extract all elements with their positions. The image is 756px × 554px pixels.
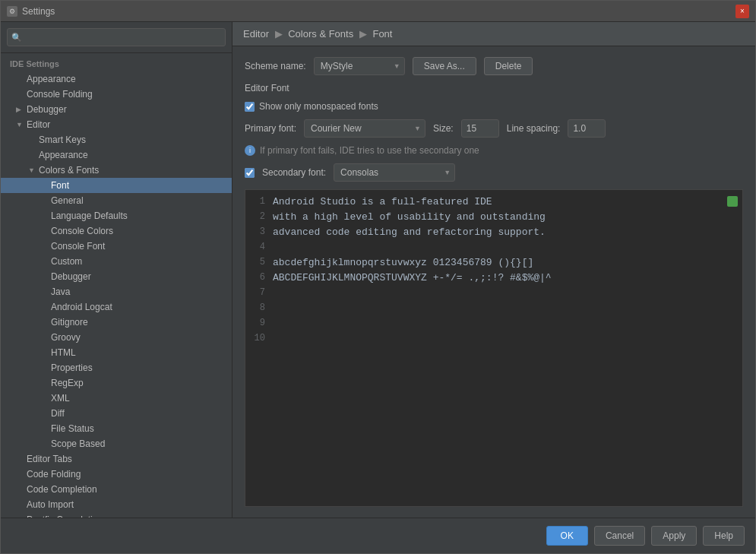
breadcrumb-arrow1: ▶ <box>275 28 286 40</box>
sidebar-item-label-xml: XML <box>51 393 70 404</box>
sidebar-item-groovy[interactable]: Groovy <box>1 330 232 345</box>
sidebar-item-debugger[interactable]: ▶Debugger <box>1 102 232 117</box>
sidebar-item-label-code-folding: Code Folding <box>27 469 81 480</box>
preview-line: 2with a high level of usability and outs… <box>245 211 742 226</box>
sidebar-item-console-colors[interactable]: Console Colors <box>1 223 232 239</box>
search-box: 🔍 <box>1 22 232 53</box>
save-as-button[interactable]: Save As... <box>413 57 476 75</box>
sidebar-item-appearance[interactable]: Appearance <box>1 71 232 87</box>
sidebar-item-html[interactable]: HTML <box>1 345 232 360</box>
sidebar-item-appearance2[interactable]: Appearance <box>1 147 232 163</box>
content-area: 🔍 IDE Settings AppearanceConsole Folding… <box>1 22 755 518</box>
show-monospaced-label[interactable]: Show only monospaced fonts <box>259 101 378 112</box>
show-monospaced-checkbox[interactable] <box>245 102 255 112</box>
info-text: If primary font fails, IDE tries to use … <box>260 145 479 156</box>
sidebar-item-label-font: Font <box>51 180 69 191</box>
secondary-font-label[interactable]: Secondary font: <box>262 167 326 178</box>
line-number: 3 <box>245 226 273 237</box>
line-number: 8 <box>245 302 273 313</box>
sidebar-item-label-auto-import: Auto Import <box>27 499 74 510</box>
line-number: 4 <box>245 242 273 252</box>
info-row: i If primary font fails, IDE tries to us… <box>245 145 743 156</box>
sidebar-item-smart-keys[interactable]: Smart Keys <box>1 132 232 147</box>
green-indicator <box>727 196 738 207</box>
scheme-select[interactable]: MyStyle Default Darcula <box>314 57 405 75</box>
sidebar-item-label-editor: Editor <box>27 119 50 130</box>
line-number: 9 <box>245 318 273 328</box>
line-spacing-input[interactable] <box>568 119 606 138</box>
tree-arrow-editor: ▼ <box>16 121 24 128</box>
sidebar-item-general[interactable]: General <box>1 193 232 208</box>
sidebar-item-properties[interactable]: Properties <box>1 360 232 375</box>
line-number: 1 <box>245 196 273 207</box>
sidebar-item-code-folding[interactable]: Code Folding <box>1 467 232 482</box>
breadcrumb-part2: Colors & Fonts <box>288 28 353 40</box>
size-input[interactable] <box>461 119 499 138</box>
search-wrapper: 🔍 <box>7 28 226 46</box>
help-button[interactable]: Help <box>703 526 745 546</box>
window-icon: ⚙ <box>7 6 17 17</box>
line-number: 10 <box>245 333 273 343</box>
preview-line: 8 <box>245 302 742 318</box>
sidebar-item-postfix-completion[interactable]: Postfix Completion <box>1 512 232 518</box>
section-header: IDE Settings <box>1 56 232 71</box>
sidebar-item-editor[interactable]: ▼Editor <box>1 117 232 132</box>
sidebar-item-xml[interactable]: XML <box>1 391 232 406</box>
sidebar-item-language-defaults[interactable]: Language Defaults <box>1 208 232 223</box>
breadcrumb: Editor ▶ Colors & Fonts ▶ Font <box>232 22 755 46</box>
sidebar-item-code-completion[interactable]: Code Completion <box>1 482 232 497</box>
delete-button[interactable]: Delete <box>484 57 533 75</box>
sidebar-item-label-colors-fonts: Colors & Fonts <box>39 165 99 176</box>
sidebar-item-diff[interactable]: Diff <box>1 406 232 421</box>
preview-line: 1Android Studio is a full-featured IDE <box>245 196 742 211</box>
cancel-button[interactable]: Cancel <box>594 526 645 546</box>
search-input[interactable] <box>7 28 226 46</box>
preview-lines: 1Android Studio is a full-featured IDE2w… <box>245 190 742 354</box>
sidebar-item-regexp[interactable]: RegExp <box>1 375 232 391</box>
sidebar: 🔍 IDE Settings AppearanceConsole Folding… <box>1 22 232 518</box>
settings-window: ⚙ Settings × 🔍 IDE Settings AppearanceCo… <box>0 0 756 554</box>
sidebar-item-label-properties: Properties <box>51 362 93 373</box>
sidebar-item-label-smart-keys: Smart Keys <box>39 135 86 145</box>
close-button[interactable]: × <box>735 5 749 18</box>
preview-line: 9 <box>245 318 742 333</box>
preview-area: 1Android Studio is a full-featured IDE2w… <box>245 189 743 507</box>
apply-button[interactable]: Apply <box>651 526 697 546</box>
sidebar-item-font[interactable]: Font <box>1 178 232 193</box>
sidebar-item-android-logcat[interactable]: Android Logcat <box>1 299 232 315</box>
preview-line: 10 <box>245 333 742 348</box>
sidebar-item-console-font[interactable]: Console Font <box>1 239 232 254</box>
sidebar-item-debugger2[interactable]: Debugger <box>1 269 232 284</box>
line-number: 5 <box>245 257 273 268</box>
sidebar-item-auto-import[interactable]: Auto Import <box>1 497 232 512</box>
sidebar-item-gitignore[interactable]: Gitignore <box>1 315 232 330</box>
sidebar-item-custom[interactable]: Custom <box>1 254 232 269</box>
primary-font-select[interactable]: Courier New Consolas Monospace <box>304 119 425 138</box>
sidebar-item-label-code-completion: Code Completion <box>27 484 97 495</box>
tree-arrow-debugger: ▶ <box>16 106 24 113</box>
preview-line: 7 <box>245 287 742 302</box>
line-spacing-label: Line spacing: <box>507 123 561 134</box>
sidebar-item-label-diff: Diff <box>51 408 65 419</box>
sidebar-item-colors-fonts[interactable]: ▼Colors & Fonts <box>1 163 232 178</box>
sidebar-item-java[interactable]: Java <box>1 284 232 299</box>
sidebar-item-label-groovy: Groovy <box>51 332 81 343</box>
sidebar-item-editor-tabs[interactable]: Editor Tabs <box>1 451 232 467</box>
line-number: 6 <box>245 272 273 283</box>
info-icon: i <box>245 145 255 156</box>
sidebar-item-console-folding[interactable]: Console Folding <box>1 87 232 102</box>
right-panel: Editor ▶ Colors & Fonts ▶ Font Scheme na… <box>232 22 755 518</box>
sidebar-item-file-status[interactable]: File Status <box>1 421 232 436</box>
title-bar: ⚙ Settings × <box>1 1 755 22</box>
secondary-font-checkbox[interactable] <box>245 168 255 178</box>
sidebar-item-scope-based[interactable]: Scope Based <box>1 436 232 451</box>
sidebar-item-label-custom: Custom <box>51 256 82 267</box>
sidebar-item-label-java: Java <box>51 286 70 297</box>
preview-line: 4 <box>245 242 742 257</box>
tree-arrow-colors-fonts: ▼ <box>28 166 36 174</box>
panel-content: Scheme name: MyStyle Default Darcula ▼ S… <box>232 46 755 518</box>
secondary-font-select[interactable]: Consolas Courier New Monospace <box>334 163 455 182</box>
tree-area: IDE Settings AppearanceConsole Folding▶D… <box>1 53 232 518</box>
primary-font-select-wrap: Courier New Consolas Monospace ▼ <box>304 119 425 138</box>
ok-button[interactable]: OK <box>546 526 588 546</box>
